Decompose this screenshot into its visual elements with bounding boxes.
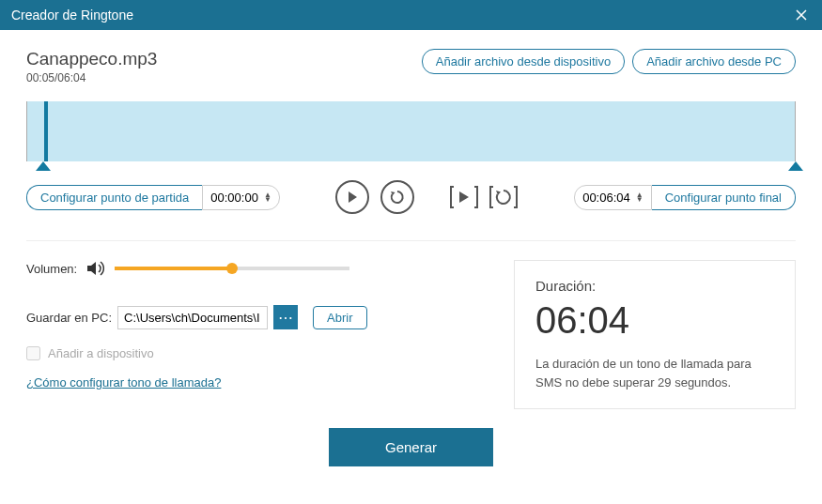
- volume-slider-thumb[interactable]: [226, 263, 238, 274]
- start-time-input[interactable]: 00:00:00 ▲▼: [202, 185, 280, 210]
- replay-button[interactable]: [380, 180, 414, 214]
- set-start-button[interactable]: Configurar punto de partida: [26, 185, 202, 210]
- end-handle-icon[interactable]: [788, 161, 803, 171]
- waveform-area[interactable]: [26, 101, 796, 161]
- set-end-button[interactable]: Configurar punto final: [652, 185, 796, 210]
- duration-value: 06:04: [535, 299, 774, 342]
- close-icon[interactable]: [792, 6, 811, 24]
- volume-label: Volumen:: [26, 262, 77, 276]
- window-title: Creador de Ringtone: [11, 8, 792, 23]
- loop-segment-button[interactable]: [489, 184, 518, 210]
- add-from-device-button[interactable]: Añadir archivo desde dispositivo: [422, 49, 625, 74]
- volume-slider[interactable]: [115, 267, 349, 270]
- start-marker[interactable]: [44, 101, 48, 161]
- end-time-spinner-icon[interactable]: ▲▼: [636, 192, 644, 202]
- play-button[interactable]: [335, 180, 369, 214]
- end-time-value: 00:06:04: [582, 191, 630, 205]
- window-titlebar: Creador de Ringtone: [0, 0, 822, 30]
- file-info: Canappeco.mp3 00:05/06:04: [26, 49, 422, 84]
- duration-label: Duración:: [535, 278, 774, 294]
- generate-button[interactable]: Generar: [329, 428, 493, 466]
- add-from-pc-button[interactable]: Añadir archivo desde PC: [632, 49, 796, 74]
- start-handle-icon[interactable]: [36, 161, 51, 171]
- save-path-input[interactable]: [117, 306, 268, 329]
- open-button[interactable]: Abrir: [313, 306, 366, 329]
- play-segment-button[interactable]: [450, 184, 478, 210]
- save-label: Guardar en PC:: [26, 311, 112, 325]
- start-time-spinner-icon[interactable]: ▲▼: [264, 192, 271, 202]
- browse-button[interactable]: ⋯: [273, 305, 298, 329]
- add-to-device-checkbox[interactable]: [26, 346, 40, 360]
- duration-panel: Duración: 06:04 La duración de un tono d…: [514, 260, 796, 409]
- add-to-device-label: Añadir a dispositivo: [48, 346, 154, 360]
- volume-icon[interactable]: [86, 260, 105, 277]
- end-time-input[interactable]: 00:06:04 ▲▼: [574, 185, 652, 210]
- divider: [26, 240, 796, 241]
- file-time: 00:05/06:04: [26, 71, 422, 84]
- file-name: Canappeco.mp3: [26, 49, 422, 69]
- start-time-value: 00:00:00: [210, 191, 258, 205]
- howto-link[interactable]: ¿Cómo configurar tono de llamada?: [26, 375, 221, 389]
- duration-note: La duración de un tono de llamada para S…: [535, 355, 774, 391]
